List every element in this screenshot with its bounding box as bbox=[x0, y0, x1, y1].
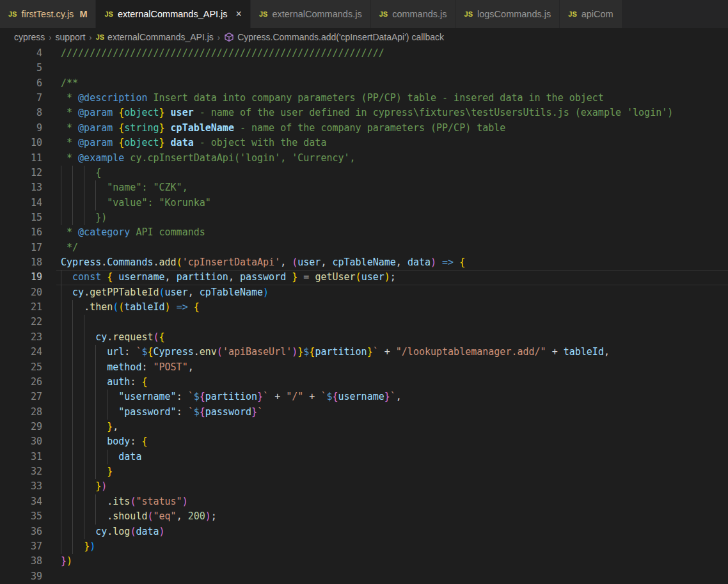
code-token bbox=[113, 271, 118, 283]
line-number[interactable]: 10 bbox=[0, 136, 42, 150]
line-number[interactable]: 13 bbox=[0, 180, 42, 195]
tab-apiCom[interactable]: JSapiCom bbox=[560, 0, 622, 28]
line-number[interactable]: 22 bbox=[0, 315, 42, 329]
code-line-content[interactable]: * @category API commands bbox=[61, 225, 728, 240]
code-token: getUser bbox=[315, 271, 355, 283]
line-number[interactable]: 27 bbox=[0, 390, 42, 404]
breadcrumb-label: externalCommands_API.js bbox=[107, 32, 214, 42]
line-number[interactable]: 20 bbox=[0, 285, 42, 300]
code-line-content[interactable]: method: "POST", bbox=[61, 360, 728, 375]
line-number[interactable]: 28 bbox=[0, 405, 42, 420]
line-number[interactable]: 38 bbox=[0, 554, 42, 569]
line-number[interactable]: 33 bbox=[0, 479, 42, 494]
breadcrumb-item-2[interactable]: support bbox=[56, 32, 86, 42]
code-line-content[interactable]: * @example cy.cpInsertDataApi('login', '… bbox=[61, 151, 728, 166]
indent-guide bbox=[95, 180, 96, 195]
line-number[interactable]: 17 bbox=[0, 241, 42, 255]
code-line-content[interactable]: }) bbox=[61, 539, 728, 554]
line-number[interactable]: 15 bbox=[0, 210, 42, 225]
tab-externalCommands_API.js[interactable]: JSexternalCommands_API.js× bbox=[96, 0, 250, 28]
code-line-content[interactable]: * @param {string} cpTableName - name of … bbox=[61, 121, 728, 136]
code-token: password bbox=[205, 406, 251, 418]
tab-commands.js[interactable]: JScommands.js bbox=[371, 0, 456, 28]
indent-guide bbox=[72, 166, 73, 180]
indent-guide bbox=[72, 360, 73, 375]
line-number[interactable]: 16 bbox=[0, 225, 42, 240]
code-editor[interactable]: 4///////////////////////////////////////… bbox=[0, 46, 728, 584]
code-line-content[interactable]: auth: { bbox=[61, 375, 728, 390]
code-line-content[interactable] bbox=[61, 569, 728, 584]
code-line-content[interactable]: ////////////////////////////////////////… bbox=[61, 46, 728, 61]
code-line-content[interactable]: "username": `${partition}` + "/" + `${us… bbox=[61, 390, 728, 404]
breadcrumb-item-1[interactable]: cypress bbox=[14, 32, 45, 42]
code-token bbox=[188, 301, 194, 313]
code-line-content[interactable]: * @param {object} data - object with the… bbox=[61, 136, 728, 150]
code-line-content[interactable]: url: `${Cypress.env('apiBaseUrl')}${part… bbox=[61, 345, 728, 359]
line-number[interactable]: 30 bbox=[0, 434, 42, 449]
line-number[interactable]: 8 bbox=[0, 106, 42, 120]
code-line-content[interactable]: }) bbox=[61, 210, 728, 225]
code-token: + bbox=[379, 346, 396, 358]
line-number[interactable]: 31 bbox=[0, 450, 42, 464]
line-number[interactable]: 34 bbox=[0, 494, 42, 509]
code-line-content[interactable]: * @description Insert data into company … bbox=[61, 91, 728, 106]
line-number[interactable]: 19 bbox=[0, 270, 42, 285]
line-number[interactable]: 39 bbox=[0, 569, 42, 584]
tab-externalCommands.js[interactable]: JSexternalCommands.js bbox=[251, 0, 371, 28]
code-line-content[interactable]: { bbox=[61, 166, 728, 180]
breadcrumb-label: support bbox=[56, 32, 86, 42]
code-line-content[interactable]: }, bbox=[61, 420, 728, 434]
line-number[interactable]: 37 bbox=[0, 539, 42, 554]
code-token: ( bbox=[177, 256, 182, 268]
line-number[interactable]: 18 bbox=[0, 255, 42, 270]
line-number[interactable]: 5 bbox=[0, 61, 42, 75]
code-line-content[interactable]: data bbox=[61, 450, 728, 464]
code-token: object bbox=[124, 137, 159, 148]
code-line-content[interactable] bbox=[61, 61, 728, 75]
line-number[interactable]: 11 bbox=[0, 151, 42, 166]
code-line-content[interactable]: body: { bbox=[61, 434, 728, 449]
tab-close-icon[interactable]: × bbox=[236, 9, 242, 19]
code-line-content[interactable]: cy.getPPTableId(user, cpTableName) bbox=[61, 285, 728, 300]
line-number[interactable]: 32 bbox=[0, 464, 42, 479]
code-line-content[interactable]: cy.log(data) bbox=[61, 525, 728, 539]
line-number[interactable]: 25 bbox=[0, 360, 42, 375]
code-line-content[interactable]: Cypress.Commands.add('cpInsertDataApi', … bbox=[61, 255, 728, 270]
line-number[interactable]: 7 bbox=[0, 91, 42, 106]
code-token: Cypress bbox=[61, 256, 101, 268]
code-line-content[interactable]: .its("status") bbox=[61, 494, 728, 509]
code-line-content[interactable] bbox=[61, 315, 728, 329]
code-line-content[interactable]: cy.request({ bbox=[61, 330, 728, 345]
line-number[interactable]: 23 bbox=[0, 330, 42, 345]
code-token: . bbox=[107, 331, 113, 343]
breadcrumb-item-3[interactable]: JSexternalCommands_API.js bbox=[96, 32, 214, 42]
line-number[interactable]: 26 bbox=[0, 375, 42, 390]
breadcrumb-item-4[interactable]: Cypress.Commands.add('cpInsertDataApi') … bbox=[224, 32, 444, 42]
line-number[interactable]: 36 bbox=[0, 525, 42, 539]
line-number[interactable]: 21 bbox=[0, 300, 42, 315]
code-line-content[interactable]: /** bbox=[61, 76, 728, 91]
code-line-content[interactable]: .then((tableId) => { bbox=[61, 300, 728, 315]
code-line-content[interactable]: } bbox=[61, 464, 728, 479]
line-number[interactable]: 35 bbox=[0, 509, 42, 524]
code-line-content[interactable]: }) bbox=[61, 479, 728, 494]
code-line-content[interactable]: "value": "Korunka" bbox=[61, 196, 728, 210]
line-number[interactable]: 9 bbox=[0, 121, 42, 136]
line-number[interactable]: 4 bbox=[0, 46, 42, 61]
code-line-content[interactable]: * @param {object} user - name of the use… bbox=[61, 106, 728, 120]
line-number[interactable]: 24 bbox=[0, 345, 42, 359]
tab-firstTest.cy.js[interactable]: JSfirstTest.cy.jsM bbox=[0, 0, 96, 28]
code-line-content[interactable]: "name": "CZK", bbox=[61, 180, 728, 195]
line-number[interactable]: 29 bbox=[0, 420, 42, 434]
code-line-content[interactable]: "password": `${password}` bbox=[61, 405, 728, 420]
code-line-content[interactable]: */ bbox=[61, 241, 728, 255]
code-token: ) bbox=[384, 271, 390, 283]
code-line-content[interactable]: }) bbox=[61, 554, 728, 569]
line-number[interactable]: 12 bbox=[0, 166, 42, 180]
indent-guide bbox=[61, 375, 61, 390]
code-line-content[interactable]: .should("eq", 200); bbox=[61, 509, 728, 524]
code-line-content[interactable]: const { username, partition, password } … bbox=[61, 270, 728, 285]
line-number[interactable]: 6 bbox=[0, 76, 42, 91]
line-number[interactable]: 14 bbox=[0, 196, 42, 210]
tab-logsCommands.js[interactable]: JSlogsCommands.js bbox=[456, 0, 560, 28]
